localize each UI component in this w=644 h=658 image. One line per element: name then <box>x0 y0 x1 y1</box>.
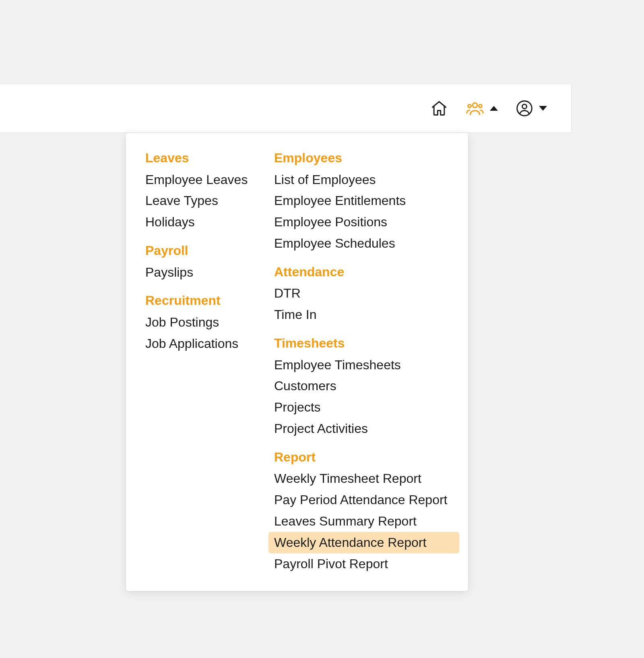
menu-item-customers[interactable]: Customers <box>268 375 459 397</box>
menu-item-job-applications[interactable]: Job Applications <box>140 333 250 354</box>
home-icon <box>430 99 448 117</box>
menu-item-job-postings[interactable]: Job Postings <box>140 312 250 333</box>
svg-point-0 <box>473 103 477 108</box>
app-header <box>0 84 572 133</box>
caret-up-icon <box>490 106 498 111</box>
menu-item-leave-types[interactable]: Leave Types <box>140 190 250 211</box>
menu-item-project-activities[interactable]: Project Activities <box>268 418 459 439</box>
hr-menu-button[interactable] <box>466 99 498 118</box>
menu-item-employee-timesheets[interactable]: Employee Timesheets <box>268 354 459 376</box>
menu-item-employee-entitlements[interactable]: Employee Entitlements <box>268 190 459 211</box>
menu-section-recruitment: Recruitment Job Postings Job Application… <box>145 291 250 354</box>
menu-item-projects[interactable]: Projects <box>268 397 459 418</box>
user-icon <box>516 99 533 117</box>
menu-item-dtr[interactable]: DTR <box>268 283 459 304</box>
header-icons <box>430 99 547 118</box>
menu-column-left: Leaves Employee Leaves Leave Types Holid… <box>145 148 250 574</box>
menu-item-pay-period-attendance-report[interactable]: Pay Period Attendance Report <box>268 489 459 511</box>
menu-section-employees: Employees List of Employees Employee Ent… <box>274 148 459 254</box>
menu-section-title: Employees <box>274 148 459 168</box>
svg-point-4 <box>522 104 527 109</box>
menu-section-report: Report Weekly Timesheet Report Pay Perio… <box>274 447 459 575</box>
menu-item-list-of-employees[interactable]: List of Employees <box>268 169 459 190</box>
menu-item-payroll-pivot-report[interactable]: Payroll Pivot Report <box>268 553 459 575</box>
menu-section-leaves: Leaves Employee Leaves Leave Types Holid… <box>145 148 250 233</box>
menu-section-attendance: Attendance DTR Time In <box>274 262 459 325</box>
menu-section-timesheets: Timesheets Employee Timesheets Customers… <box>274 333 459 439</box>
menu-item-weekly-timesheet-report[interactable]: Weekly Timesheet Report <box>268 468 459 489</box>
home-button[interactable] <box>430 99 448 117</box>
menu-item-employee-positions[interactable]: Employee Positions <box>268 211 459 233</box>
menu-section-title: Payroll <box>145 241 250 261</box>
menu-item-holidays[interactable]: Holidays <box>140 211 250 233</box>
caret-down-icon <box>539 106 547 111</box>
menu-section-title: Leaves <box>145 148 250 168</box>
menu-section-title: Timesheets <box>274 333 459 354</box>
menu-section-title: Attendance <box>274 262 459 282</box>
user-menu-button[interactable] <box>516 99 547 117</box>
menu-item-employee-schedules[interactable]: Employee Schedules <box>268 233 459 254</box>
menu-section-title: Report <box>274 447 459 468</box>
hr-mega-menu: Leaves Employee Leaves Leave Types Holid… <box>126 133 468 591</box>
svg-point-2 <box>479 104 482 108</box>
menu-item-payslips[interactable]: Payslips <box>140 262 250 283</box>
menu-section-title: Recruitment <box>145 291 250 311</box>
menu-item-employee-leaves[interactable]: Employee Leaves <box>140 169 250 190</box>
menu-item-leaves-summary-report[interactable]: Leaves Summary Report <box>268 511 459 532</box>
menu-section-payroll: Payroll Payslips <box>145 241 250 283</box>
people-icon <box>466 99 484 118</box>
menu-item-weekly-attendance-report[interactable]: Weekly Attendance Report <box>268 532 459 553</box>
menu-item-time-in[interactable]: Time In <box>268 304 459 325</box>
svg-point-1 <box>468 104 471 108</box>
menu-column-right: Employees List of Employees Employee Ent… <box>274 148 459 574</box>
